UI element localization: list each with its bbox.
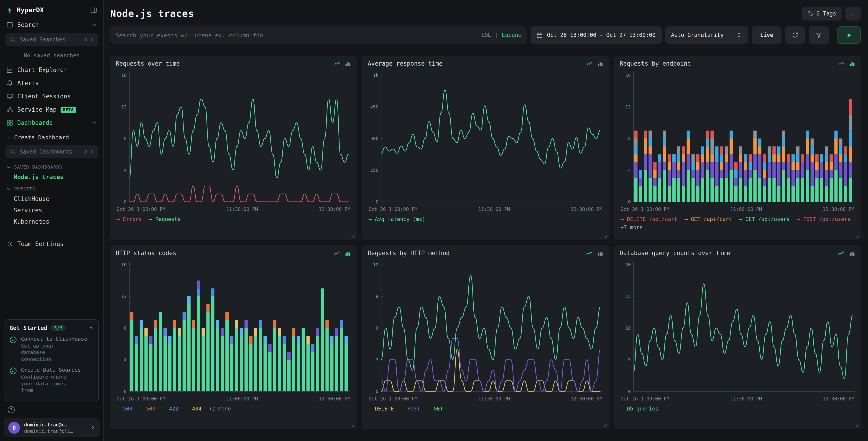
sidebar-item-alerts[interactable]: Alerts [0, 77, 103, 90]
search-section-icon [6, 22, 13, 28]
bar-chart-toggle-icon[interactable] [345, 250, 351, 256]
chart-plot[interactable]: 0481216 [620, 69, 855, 205]
user-email: dominic.tran@cli… [24, 428, 73, 434]
line-chart-toggle-icon[interactable] [334, 250, 340, 256]
hyperdx-logo-icon [6, 6, 14, 14]
saved-searches-input[interactable]: Saved Searches ⌘ K [5, 33, 98, 46]
line-chart-toggle-icon[interactable] [586, 250, 592, 256]
bar-chart-toggle-icon[interactable] [345, 60, 351, 67]
svg-text:12: 12 [121, 294, 127, 299]
sidebar-item-search[interactable]: Search [0, 18, 103, 31]
chart-plot[interactable]: 0481216 [116, 258, 351, 395]
sidebar-item-label: Client Sessions [17, 93, 71, 100]
sidebar-item-service-map[interactable]: Service Map BETA [0, 103, 103, 116]
legend-item[interactable]: — POST /api/users [797, 216, 850, 222]
get-started-item[interactable]: Connect to ClickHouse Set up your databa… [9, 335, 94, 363]
x-axis-label: Oct 26 1:00:00 PM [369, 396, 417, 401]
legend-item[interactable]: — GET /api/cart [685, 216, 732, 222]
line-chart-toggle-icon[interactable] [838, 60, 844, 67]
legend-more-link[interactable]: +7 more [620, 224, 643, 231]
legend-item[interactable]: — DELETE /api/cart [620, 216, 677, 222]
chart-plot[interactable]: 05101520 [620, 258, 855, 395]
bar-chart-toggle-icon[interactable] [849, 60, 855, 67]
sidebar-preset-clickhouse[interactable]: ClickHouse [0, 193, 103, 205]
resize-handle-icon[interactable] [351, 234, 355, 238]
svg-text:16: 16 [121, 262, 127, 267]
get-started-title: Get Started [9, 324, 48, 331]
chart-plot[interactable]: 0481216 [116, 69, 351, 205]
resize-handle-icon[interactable] [603, 424, 607, 428]
chart-card-requests-over-time: Requests over time 0481216 Oct 26 1:00:0… [110, 56, 357, 240]
presets-section-toggle[interactable]: PRESETS [0, 183, 103, 193]
legend-item[interactable]: — Errors [117, 216, 142, 223]
svg-text:12: 12 [373, 262, 379, 267]
sidebar-item-label: Search [17, 22, 39, 28]
refresh-button[interactable] [785, 26, 805, 44]
sidebar-collapse-icon[interactable] [90, 7, 97, 13]
chart-plot[interactable]: 01503004501k [368, 69, 603, 205]
run-query-button[interactable] [837, 26, 861, 44]
x-axis-label: 12:30:00 PM [823, 396, 854, 401]
resize-handle-icon[interactable] [351, 424, 355, 428]
chart-card-database-query-counts: Database query counts over time 05101520… [614, 245, 861, 429]
sidebar-item-dashboards[interactable]: Dashboards [0, 116, 103, 129]
x-axis-label: 11:30:00 PM [478, 396, 510, 401]
sidebar-item-team-settings[interactable]: Team Settings [0, 237, 103, 251]
legend-item[interactable]: — GET /api/users [739, 216, 790, 222]
sidebar-preset-services[interactable]: Services [0, 205, 103, 216]
svg-text:12: 12 [625, 104, 630, 110]
svg-text:15: 15 [625, 294, 630, 299]
lucene-toggle[interactable]: Lucene [502, 32, 521, 38]
legend-item[interactable]: — DELETE [369, 406, 394, 413]
legend-item[interactable]: — Avg latency (ms) [369, 216, 425, 223]
filter-button[interactable] [809, 26, 829, 44]
time-range-picker[interactable]: Oct 26 13:00:00 - Oct 27 13:00:00 [531, 26, 661, 44]
line-chart-toggle-icon[interactable] [586, 60, 592, 67]
tags-button[interactable]: 0 Tags [802, 7, 842, 21]
help-button[interactable]: ? [0, 405, 103, 416]
bar-chart-toggle-icon[interactable] [849, 250, 855, 256]
legend-item[interactable]: — 503 [117, 406, 132, 413]
chevron-up-icon[interactable] [89, 325, 94, 330]
saved-dashboards-input[interactable]: Saved Dashboards ⌘ K [5, 145, 98, 158]
shortcut-hint: ⌘ K [84, 149, 93, 155]
chart-title: HTTP status codes [116, 249, 176, 257]
tags-button-label: 0 Tags [816, 10, 836, 17]
get-started-item[interactable]: Create Data Sources Configure where your… [9, 367, 94, 394]
sql-toggle[interactable]: SQL [482, 32, 491, 38]
resize-handle-icon[interactable] [603, 234, 607, 238]
svg-text:0: 0 [124, 389, 127, 394]
legend-more-link[interactable]: +2 more [209, 406, 231, 413]
resize-handle-icon[interactable] [855, 424, 859, 428]
svg-text:8: 8 [124, 325, 127, 331]
get-started-item-title: Connect to ClickHouse [21, 335, 87, 342]
sidebar-item-client-sessions[interactable]: Client Sessions [0, 90, 103, 103]
create-dashboard-button[interactable]: + Create Dashboard [0, 129, 103, 144]
chart-legend: — DELETE /api/cart— GET /api/cart— GET /… [620, 216, 855, 231]
legend-item[interactable]: — GET [427, 406, 443, 413]
get-started-item-desc: Configure where your data comes from [21, 374, 75, 394]
line-chart-toggle-icon[interactable] [838, 250, 844, 256]
legend-item[interactable]: — Db queries [620, 406, 658, 413]
svg-text:300: 300 [370, 136, 379, 141]
resize-handle-icon[interactable] [855, 234, 859, 238]
search-input[interactable] [110, 26, 527, 44]
granularity-select[interactable]: Auto Granularity [665, 26, 748, 44]
legend-item[interactable]: — 422 [163, 406, 179, 413]
legend-item[interactable]: — Requests [149, 216, 181, 223]
dashboard-menu-button[interactable]: ⋮ [845, 7, 861, 21]
legend-item[interactable]: — POST [401, 406, 420, 413]
sidebar-item-chart-explorer[interactable]: Chart Explorer [0, 63, 103, 77]
bar-chart-toggle-icon[interactable] [597, 60, 603, 67]
chart-plot[interactable]: 036912 [368, 258, 603, 395]
sidebar-dashboard-nodejs-traces[interactable]: Node.js traces [0, 171, 103, 183]
user-menu[interactable]: D dominic.tran@c… dominic.tran@cli… [4, 418, 100, 437]
bar-chart-toggle-icon[interactable] [597, 250, 603, 256]
dashboard-grid: Requests over time 0481216 Oct 26 1:00:0… [110, 56, 861, 429]
legend-item[interactable]: — 500 [140, 406, 155, 413]
legend-item[interactable]: — 404 [186, 406, 202, 413]
sidebar-preset-kubernetes[interactable]: Kubernetes [0, 216, 103, 227]
saved-dashboards-section-toggle[interactable]: SAVED DASHBOARDS [0, 161, 103, 171]
live-button[interactable]: Live [752, 26, 781, 44]
line-chart-toggle-icon[interactable] [334, 60, 340, 67]
